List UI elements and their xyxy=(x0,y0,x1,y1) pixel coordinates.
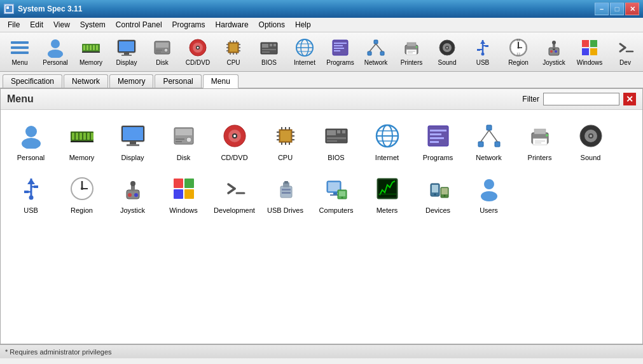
toolbar-disk[interactable]: Disk xyxy=(145,34,179,70)
grid-item-cpu[interactable]: CPU xyxy=(261,116,309,166)
grid-item-computers[interactable]: Computers xyxy=(312,169,360,219)
grid-item-devices[interactable]: Devices xyxy=(414,169,462,219)
svg-rect-110 xyxy=(123,127,143,140)
menu-system[interactable]: System xyxy=(75,19,111,30)
toolbar-sound[interactable]: Sound xyxy=(430,34,464,70)
filter-area: Filter ✕ xyxy=(522,93,636,105)
grid-item-region[interactable]: Region xyxy=(58,169,106,219)
app-title: System Spec 3.11 xyxy=(18,4,595,13)
svg-rect-209 xyxy=(441,188,448,194)
sound-icon-tb xyxy=(437,37,457,58)
filter-label: Filter xyxy=(522,95,539,104)
svg-point-78 xyxy=(481,53,485,56)
grid-item-network[interactable]: Network xyxy=(465,116,513,166)
menu-hardware[interactable]: Hardware xyxy=(211,19,254,30)
grid-item-windows[interactable]: Windows xyxy=(160,169,207,219)
personal-icon xyxy=(16,121,46,151)
toolbar-region[interactable]: 12 12 Region xyxy=(501,34,536,70)
toolbar-programs[interactable]: Programs xyxy=(323,34,357,70)
svg-point-6 xyxy=(48,50,63,58)
tab-network[interactable]: Network xyxy=(64,74,108,88)
toolbar-memory[interactable]: Memory xyxy=(74,34,108,70)
toolbar-windows[interactable]: Windows xyxy=(572,34,607,70)
grid-item-usbdrives[interactable]: USB Drives xyxy=(261,169,309,219)
toolbar-cpu[interactable]: CPU xyxy=(216,34,251,70)
grid-item-memory[interactable]: Memory xyxy=(58,116,106,166)
svg-line-60 xyxy=(370,44,376,51)
grid-item-display[interactable]: Display xyxy=(109,116,156,166)
grid-item-personal[interactable]: Personal xyxy=(7,116,55,166)
usbdrive-icon xyxy=(270,173,301,204)
svg-rect-66 xyxy=(408,53,413,54)
toolbar-internet[interactable]: Internet xyxy=(287,34,322,70)
svg-rect-43 xyxy=(270,44,272,46)
filter-clear-button[interactable]: ✕ xyxy=(623,93,636,105)
grid-item-users[interactable]: Users xyxy=(465,169,513,219)
cpu-icon-tb xyxy=(223,37,244,58)
maximize-button[interactable]: □ xyxy=(610,3,624,15)
tab-specification[interactable]: Specification xyxy=(3,74,62,88)
dev-icon xyxy=(219,173,250,204)
sound-icon xyxy=(576,121,606,151)
menu-programs[interactable]: Programs xyxy=(167,19,211,30)
toolbar-usb[interactable]: USB xyxy=(466,34,500,70)
toolbar-bios[interactable]: BIOS xyxy=(252,34,286,70)
display-icon-tb xyxy=(116,37,137,58)
menu-file[interactable]: File xyxy=(3,19,25,30)
grid-item-cddvd[interactable]: CD/DVD xyxy=(211,116,258,166)
svg-rect-42 xyxy=(262,44,268,48)
svg-rect-138 xyxy=(337,130,340,133)
toolbar-menu[interactable]: Menu xyxy=(3,34,37,70)
close-button[interactable]: ✕ xyxy=(625,3,639,15)
users-icon xyxy=(474,173,504,204)
svg-rect-57 xyxy=(374,40,378,44)
grid-item-sound[interactable]: Sound xyxy=(567,116,614,166)
svg-rect-17 xyxy=(121,55,132,56)
svg-point-91 xyxy=(555,50,557,53)
svg-rect-158 xyxy=(534,129,546,134)
svg-rect-154 xyxy=(495,142,500,147)
menu-controlpanel[interactable]: Control Panel xyxy=(111,19,167,30)
grid-item-usb[interactable]: USB xyxy=(7,169,55,219)
tab-memory[interactable]: Memory xyxy=(109,74,153,88)
menu-options[interactable]: Options xyxy=(254,19,290,30)
internet-icon-tb xyxy=(294,37,315,58)
grid-item-internet[interactable]: Internet xyxy=(363,116,411,166)
grid-item-bios[interactable]: BIOS xyxy=(312,116,360,166)
toolbar-network[interactable]: Network xyxy=(359,34,393,70)
grid-item-joystick[interactable]: Joystick xyxy=(109,169,156,219)
filter-input[interactable] xyxy=(543,93,619,105)
grid-item-programs[interactable]: Programs xyxy=(414,116,462,166)
svg-marker-73 xyxy=(480,40,485,44)
grid-label-cddvd: CD/DVD xyxy=(221,154,247,161)
svg-line-97 xyxy=(620,48,625,51)
svg-point-89 xyxy=(552,41,556,44)
svg-rect-104 xyxy=(80,133,82,140)
grid-item-development[interactable]: Development xyxy=(211,169,258,219)
menu-help[interactable]: Help xyxy=(290,19,316,30)
tab-menu[interactable]: Menu xyxy=(203,74,239,88)
menu-edit[interactable]: Edit xyxy=(25,19,48,30)
meters-icon xyxy=(372,173,403,204)
menu-view[interactable]: View xyxy=(48,19,75,30)
toolbar-display[interactable]: Display xyxy=(109,34,144,70)
minimize-button[interactable]: – xyxy=(595,3,609,15)
svg-rect-147 xyxy=(428,126,448,146)
svg-point-67 xyxy=(416,46,418,48)
grid-item-meters[interactable]: Meters xyxy=(363,169,411,219)
toolbar-printers[interactable]: Printers xyxy=(394,34,429,70)
grid-item-disk[interactable]: Disk xyxy=(160,116,207,166)
toolbar-joystick[interactable]: Joystick xyxy=(537,34,571,70)
tab-personal[interactable]: Personal xyxy=(155,74,201,88)
toolbar-cddvd[interactable]: CD/DVD xyxy=(181,34,215,70)
svg-rect-184 xyxy=(184,179,194,188)
svg-rect-19 xyxy=(156,43,169,48)
toolbar-dev[interactable]: Dev xyxy=(608,34,642,70)
grid-item-printers[interactable]: Printers xyxy=(516,116,563,166)
icon-grid: Personal Memory xyxy=(1,110,642,225)
app-icon xyxy=(4,4,14,14)
svg-point-211 xyxy=(484,179,494,189)
svg-rect-12 xyxy=(96,45,98,50)
toolbar-personal[interactable]: Personal xyxy=(38,34,73,70)
svg-rect-116 xyxy=(176,138,184,140)
